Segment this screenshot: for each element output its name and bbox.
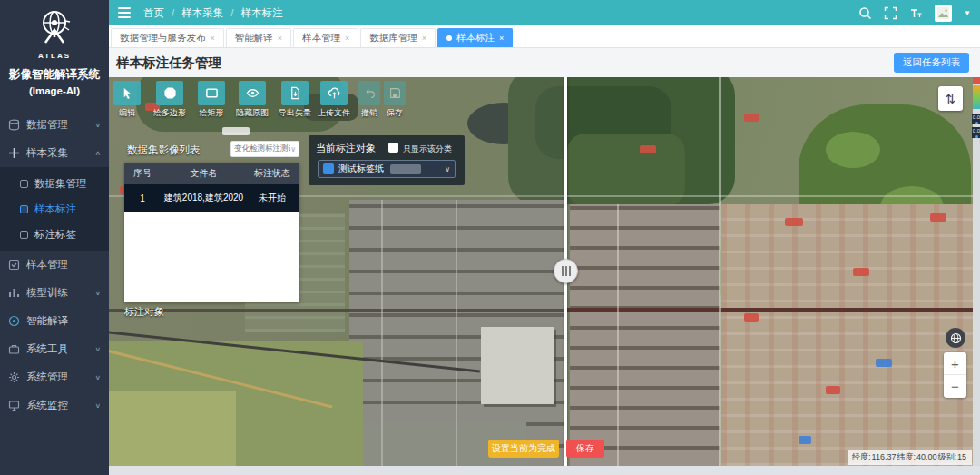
sidebar-item-label: 标注标签	[34, 228, 76, 242]
sidebar-item-dataset-management[interactable]: 数据集管理	[0, 171, 109, 196]
app-root: ATLAS 影像智能解译系统 (Image-AI) 数据管理 ∨ 样本采集 ∧ …	[0, 0, 980, 475]
close-icon[interactable]: ×	[499, 34, 504, 43]
submenu-square-icon	[20, 180, 28, 188]
submenu-square-icon	[20, 205, 28, 213]
chevron-down-icon[interactable]: ▼	[964, 9, 971, 17]
tab-sample-annotation[interactable]: 样本标注 ×	[437, 28, 513, 47]
rectangle-icon	[205, 86, 219, 100]
close-icon[interactable]: ×	[345, 34, 349, 43]
zoom-control: + −	[944, 352, 966, 398]
chevron-down-icon: ∨	[94, 374, 101, 381]
hide-image-button[interactable]	[239, 81, 266, 105]
breadcrumb-home[interactable]: 首页	[143, 6, 164, 20]
undo-icon	[364, 87, 376, 99]
breadcrumb-separator: /	[230, 7, 233, 18]
sidebar-item-model-training[interactable]: 模型训练 ∨	[0, 279, 109, 307]
edit-tool-button[interactable]	[113, 81, 141, 105]
sidebar-item-system-monitoring[interactable]: 系统监控 ∨	[0, 391, 109, 420]
database-icon	[8, 119, 20, 131]
dataset-filter-dropdown[interactable]: 变化检测标注测试 ∨	[230, 141, 299, 157]
zoom-level-value: 15	[957, 452, 966, 461]
draw-rectangle-button[interactable]	[198, 81, 225, 105]
zoom-out-button[interactable]: −	[944, 375, 966, 398]
tool-label: 保存	[387, 107, 403, 119]
sidebar-item-system-management[interactable]: 系统管理 ∨	[0, 363, 109, 391]
map-poi-badge	[744, 114, 759, 122]
monitor-icon	[8, 400, 20, 411]
sidebar-menu: 数据管理 ∨ 样本采集 ∧ 数据集管理 样本标注 标注标签	[0, 111, 109, 420]
close-icon[interactable]: ×	[211, 34, 215, 43]
map-road	[719, 77, 721, 466]
layer-swap-button[interactable]: ⇅	[938, 86, 963, 111]
save-icon	[389, 87, 401, 99]
sidebar-item-sample-collection[interactable]: 样本采集 ∧	[0, 139, 109, 167]
sidebar: ATLAS 影像智能解译系统 (Image-AI) 数据管理 ∨ 样本采集 ∧ …	[0, 0, 109, 475]
dataset-filter-value: 变化检测标注测试	[234, 143, 290, 154]
tabbar: 数据管理与服务发布 × 智能解译 × 样本管理 × 数据库管理 × 样本标注 ×	[109, 25, 980, 48]
breadcrumb-sample-annotation[interactable]: 样本标注	[240, 6, 282, 20]
tab-database-management[interactable]: 数据库管理 ×	[360, 28, 436, 47]
document-export-icon	[289, 86, 302, 100]
sidebar-item-sample-management[interactable]: 样本管理	[0, 251, 109, 279]
current-annotation-panel: 当前标注对象 只显示该分类 测试标签纸 ∨	[309, 135, 465, 185]
active-dot-icon	[446, 35, 452, 41]
sidebar-item-label: 样本管理	[26, 258, 101, 272]
export-vector-button[interactable]	[281, 81, 309, 105]
font-size-icon[interactable]	[909, 6, 923, 20]
draw-polygon-button[interactable]	[156, 81, 183, 105]
page-title: 样本标注任务管理	[116, 54, 221, 72]
chevron-down-icon: ∨	[445, 165, 450, 173]
sidebar-item-intelligent-interpretation[interactable]: 智能解译	[0, 307, 109, 335]
fullscreen-icon[interactable]	[884, 6, 897, 20]
close-icon[interactable]: ×	[278, 34, 282, 43]
column-header: 序号	[124, 167, 161, 180]
tool-label: 隐藏原图	[236, 107, 269, 119]
sidebar-item-label: 智能解译	[26, 314, 101, 328]
tab-label: 样本管理	[302, 32, 340, 45]
sidebar-item-label: 模型训练	[26, 286, 88, 300]
main-column: 首页 / 样本采集 / 样本标注 ▼ 数据管理与服务发布 ×	[109, 0, 980, 475]
table-row[interactable]: 1 建筑2018,建筑2020 未开始	[124, 184, 299, 212]
swipe-handle[interactable]	[554, 259, 578, 283]
map-poi-badge	[744, 313, 759, 322]
back-to-task-list-button[interactable]: 返回任务列表	[894, 53, 969, 73]
set-complete-button[interactable]: 设置当前为完成	[488, 440, 559, 458]
breadcrumb-sample-collection[interactable]: 样本采集	[181, 6, 223, 20]
globe-icon	[950, 332, 962, 344]
topbar: 首页 / 样本采集 / 样本标注 ▼	[109, 0, 980, 25]
tab-sample-management[interactable]: 样本管理 ×	[293, 28, 358, 47]
eye-icon	[246, 86, 260, 100]
sidebar-item-sample-annotation[interactable]: 样本标注	[0, 196, 109, 222]
annotation-tag-dropdown[interactable]: 测试标签纸 ∨	[318, 160, 456, 178]
bar-chart-icon	[8, 287, 20, 299]
longitude-label: 经度:	[852, 452, 871, 461]
sidebar-item-annotation-labels[interactable]: 标注标签	[0, 222, 109, 247]
save-tool-button[interactable]	[384, 81, 406, 105]
chevron-down-icon: ∨	[290, 145, 296, 153]
layer-opacity-badge: 0.0	[972, 127, 980, 138]
atlas-globe-icon	[33, 6, 76, 50]
hamburger-menu-icon[interactable]	[118, 7, 131, 18]
close-icon[interactable]: ×	[422, 34, 426, 43]
sidebar-item-label: 系统监控	[26, 399, 88, 412]
latitude-label: 纬度:	[897, 452, 916, 461]
show-only-category-checkbox[interactable]	[388, 143, 398, 153]
tab-data-service[interactable]: 数据管理与服务发布 ×	[111, 28, 224, 47]
sidebar-item-system-tools[interactable]: 系统工具 ∨	[0, 335, 109, 363]
tool-label: 导出矢量	[279, 107, 311, 119]
briefcase-icon	[8, 343, 20, 355]
undo-button[interactable]	[358, 81, 380, 105]
zoom-in-button[interactable]: +	[944, 352, 966, 375]
sidebar-item-label: 样本标注	[34, 203, 76, 216]
tab-intelligent-interpretation[interactable]: 智能解译 ×	[226, 28, 291, 47]
save-button[interactable]: 保存	[566, 440, 604, 458]
search-icon[interactable]	[858, 6, 872, 20]
basemap-globe-button[interactable]	[946, 328, 965, 348]
sidebar-item-data-management[interactable]: 数据管理 ∨	[0, 111, 109, 139]
upload-file-button[interactable]	[320, 81, 348, 105]
chevron-down-icon: ∨	[94, 346, 101, 353]
avatar[interactable]	[935, 5, 952, 22]
polygon-icon	[163, 86, 177, 100]
tool-label: 上传文件	[318, 107, 350, 119]
checkbox-icon	[8, 259, 20, 271]
